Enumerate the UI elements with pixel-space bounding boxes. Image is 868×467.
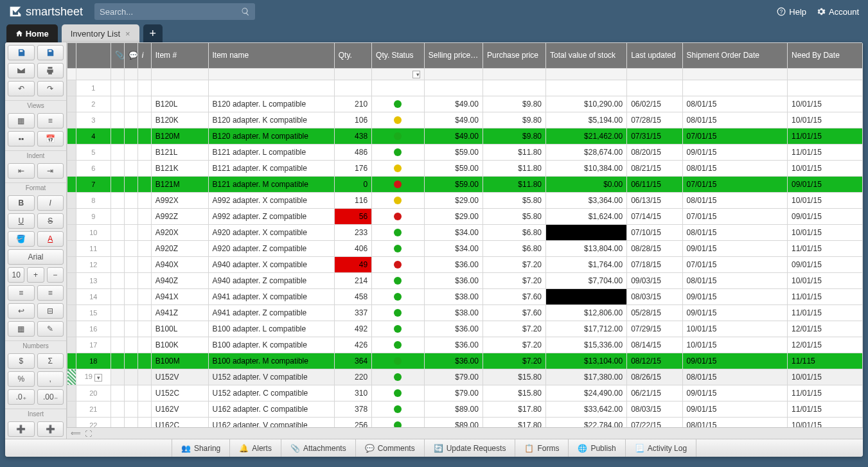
cell-selling[interactable]: $36.00: [424, 353, 483, 369]
cell-item-no[interactable]: B121K: [151, 161, 208, 177]
cell-total[interactable]: $7,704.00: [546, 273, 627, 289]
table-row[interactable]: 22U162CU162 adapter. V compatible256$89.…: [67, 418, 863, 428]
cell-item-no[interactable]: B121M: [151, 177, 208, 193]
cell-need[interactable]: 12/01/15: [788, 337, 863, 353]
help-link[interactable]: ?Help: [777, 7, 806, 17]
cell-updated[interactable]: 06/21/15: [627, 385, 682, 401]
cell-selling[interactable]: $49.00: [424, 112, 483, 128]
cell-total[interactable]: $17,380.00: [546, 369, 627, 385]
cell-need[interactable]: 11/01/15: [788, 305, 863, 321]
cell-qty[interactable]: 176: [334, 161, 371, 177]
cell-need[interactable]: 10/01/15: [788, 418, 863, 428]
cell-item-name[interactable]: A940 adapter. Z compatible: [208, 273, 334, 289]
cell-item-no[interactable]: A992Z: [151, 209, 208, 225]
cell-purchase[interactable]: $7.20: [483, 273, 545, 289]
cell-qty[interactable]: 426: [334, 337, 371, 353]
cell-purchase[interactable]: $7.20: [483, 337, 545, 353]
cell-need[interactable]: 09/01/15: [788, 257, 863, 273]
col-total[interactable]: Total value of stock: [546, 43, 627, 69]
col-ship[interactable]: Shipment Order Date: [682, 43, 788, 69]
cell-selling[interactable]: $49.00: [424, 96, 483, 112]
tab-inventory[interactable]: Inventory List×: [62, 24, 139, 42]
table-row[interactable]: 16B100LB100 adapter. L compatible492$36.…: [67, 321, 863, 337]
outdent-button[interactable]: ⇤: [8, 163, 35, 179]
indent-button[interactable]: ⇥: [37, 163, 64, 179]
table-row[interactable]: 7B121MB121 adapter. M compatible0$59.00$…: [67, 177, 863, 193]
col-purchase[interactable]: Purchase price: [483, 43, 545, 69]
cell-need[interactable]: 10/01/15: [788, 225, 863, 241]
cell-item-no[interactable]: A920X: [151, 225, 208, 241]
cell-qty[interactable]: 0: [334, 177, 371, 193]
cell-purchase[interactable]: $5.80: [483, 193, 545, 209]
cell-total[interactable]: $0.00: [546, 177, 627, 193]
cell-need[interactable]: 11/01/15: [788, 128, 863, 145]
cell-status[interactable]: [372, 112, 425, 128]
cell-selling[interactable]: $29.00: [424, 193, 483, 209]
cell-item-name[interactable]: B120 adapter. M compatible: [208, 128, 334, 145]
cell-status[interactable]: [372, 337, 425, 353]
table-row[interactable]: 8A992XA992 adapter. X compatible116$29.0…: [67, 193, 863, 209]
cell-item-name[interactable]: B100 adapter. K compatible: [208, 337, 334, 353]
cell-item-no[interactable]: A940Z: [151, 273, 208, 289]
font-color-button[interactable]: A: [37, 231, 64, 247]
print-button[interactable]: [37, 63, 64, 78]
row-dropdown-icon[interactable]: ▾: [94, 374, 102, 382]
table-row[interactable]: 13A940ZA940 adapter. Z compatible214$36.…: [67, 273, 863, 289]
cell-selling[interactable]: $36.00: [424, 337, 483, 353]
table-row[interactable]: 21U162VU162 adapter. C compatible378$89.…: [67, 401, 863, 418]
cell-status[interactable]: [372, 193, 425, 209]
cell-ship[interactable]: 08/01/15: [682, 161, 788, 177]
tab-home[interactable]: Home: [6, 24, 58, 42]
table-row[interactable]: 2B120LB120 adapter. L compatible210$49.0…: [67, 96, 863, 112]
cell-qty[interactable]: 49: [334, 257, 371, 273]
cell-updated[interactable]: 08/12/15: [627, 353, 682, 369]
cell-purchase[interactable]: $7.20: [483, 257, 545, 273]
cell-item-name[interactable]: A940 adapter. X compatible: [208, 257, 334, 273]
cell-qty[interactable]: 256: [334, 418, 371, 428]
highlight-button[interactable]: ✎: [37, 321, 64, 337]
alerts-button[interactable]: 🔔Alerts: [230, 439, 281, 457]
italic-button[interactable]: I: [37, 195, 64, 211]
cell-ship[interactable]: 08/01/15: [682, 273, 788, 289]
table-row[interactable]: 19 ▾U152VU152 adapter. V compatible220$7…: [67, 369, 863, 385]
cell-ship[interactable]: 08/01/15: [682, 193, 788, 209]
cell-updated[interactable]: 08/26/15: [627, 369, 682, 385]
cell-item-name[interactable]: B120 adapter. K compatible: [208, 112, 334, 128]
brand-logo[interactable]: smartsheet: [9, 5, 83, 19]
cell-purchase[interactable]: $11.80: [483, 177, 545, 193]
cell-item-name[interactable]: A920 adapter. X compatible: [208, 225, 334, 241]
cell-status[interactable]: [372, 305, 425, 321]
underline-button[interactable]: U: [8, 213, 35, 229]
thousands-button[interactable]: ,: [37, 371, 64, 387]
search-input[interactable]: [100, 7, 241, 17]
cell-status[interactable]: [372, 353, 425, 369]
cell-item-name[interactable]: B121 adapter. L compatible: [208, 145, 334, 161]
calendar-view-button[interactable]: 📅: [37, 131, 64, 146]
table-row[interactable]: 3B120KB120 adapter. K compatible106$49.0…: [67, 112, 863, 128]
cell-total[interactable]: $13,804.00: [546, 241, 627, 257]
cell-status[interactable]: [372, 418, 425, 428]
cell-need[interactable]: 10/01/15: [788, 273, 863, 289]
cell-item-no[interactable]: B100K: [151, 337, 208, 353]
cell-qty[interactable]: 210: [334, 96, 371, 112]
font-inc-button[interactable]: +: [27, 267, 44, 283]
cell-selling[interactable]: $38.00: [424, 305, 483, 321]
cell-purchase[interactable]: $7.60: [483, 289, 545, 305]
cell-item-no[interactable]: A992X: [151, 193, 208, 209]
cell-purchase[interactable]: $9.80: [483, 112, 545, 128]
cell-ship[interactable]: 09/01/15: [682, 145, 788, 161]
cell-purchase[interactable]: $15.80: [483, 369, 545, 385]
cell-need[interactable]: 10/01/15: [788, 193, 863, 209]
cell-qty[interactable]: 56: [334, 209, 371, 225]
table-row[interactable]: 12A940XA940 adapter. X compatible49$36.0…: [67, 257, 863, 273]
cell-updated[interactable]: 07/22/15: [627, 418, 682, 428]
col-need[interactable]: Need By Date: [788, 43, 863, 69]
publish-button[interactable]: 🌐Publish: [569, 439, 625, 457]
cell-updated[interactable]: 07/14/15: [627, 209, 682, 225]
cell-ship[interactable]: 09/01/15: [682, 241, 788, 257]
cell-status[interactable]: [372, 273, 425, 289]
cell-item-name[interactable]: U152 adapter. C compatible: [208, 385, 334, 401]
cell-need[interactable]: 10/01/15: [788, 96, 863, 112]
cell-item-name[interactable]: B100 adapter. M compatible: [208, 353, 334, 369]
cell-ship[interactable]: 09/01/15: [682, 289, 788, 305]
